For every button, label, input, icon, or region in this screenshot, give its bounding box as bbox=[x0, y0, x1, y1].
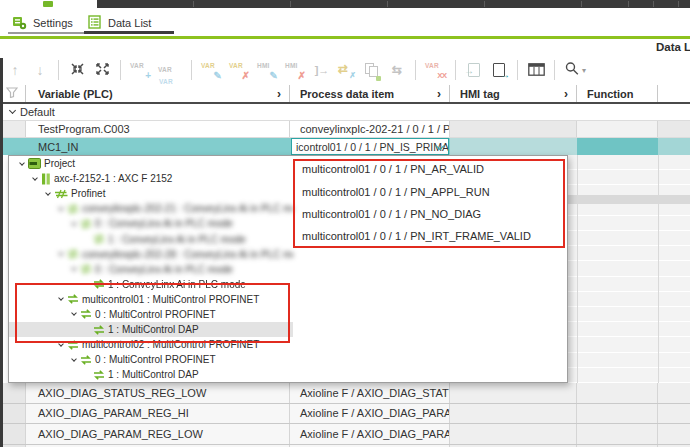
tree-node-multicontrol01-dap-selected[interactable]: 1 : MultiControl DAP bbox=[9, 322, 293, 337]
exchange-button[interactable]: ⇆ bbox=[388, 58, 406, 82]
tree-node-multicontrol02-slot0[interactable]: 0 : MultiControl PROFINET bbox=[9, 352, 293, 367]
tree-node-multicontrol02-dap[interactable]: 1 : MultiControl DAP bbox=[9, 367, 293, 382]
tree-node-project[interactable]: Project bbox=[9, 156, 293, 171]
hmi-tag-cell[interactable] bbox=[450, 424, 577, 444]
column-expand-chevron[interactable]: › bbox=[564, 87, 568, 101]
add-variable-button[interactable]: VAR+ bbox=[130, 58, 151, 82]
column-settings-button[interactable] bbox=[527, 58, 545, 82]
tree-node-profinet[interactable]: Profinet bbox=[9, 186, 293, 201]
column-header-function[interactable]: Function bbox=[577, 85, 658, 102]
column-header-process[interactable]: Process data item › bbox=[290, 85, 450, 102]
column-header-hmi[interactable]: HMI tag › bbox=[450, 85, 577, 102]
data-list-icon bbox=[88, 15, 102, 31]
edit-hmi-tag-button[interactable]: HMI✎ bbox=[257, 58, 278, 82]
variable-cell[interactable]: AXIO_DIAG_PARAM_REG_HI bbox=[26, 404, 290, 424]
csv-export-button[interactable]: → bbox=[490, 58, 508, 82]
tree-node-multicontrol02[interactable]: multicontrol02 : MultiControl PROFINET bbox=[9, 337, 293, 352]
process-data-option[interactable]: multicontrol01 / 0 / 1 / PN_APPL_RUN bbox=[293, 180, 567, 202]
process-data-option[interactable]: multicontrol01 / 0 / 1 / PN_NO_DIAG bbox=[293, 203, 567, 225]
function-cell[interactable] bbox=[577, 424, 658, 444]
column-expand-chevron[interactable]: › bbox=[277, 87, 281, 101]
chevron-down-icon[interactable] bbox=[56, 344, 66, 346]
chevron-down-icon[interactable] bbox=[56, 208, 66, 210]
variable-cell[interactable]: AXIO_DIAG_PARAM_REG_LOW bbox=[26, 424, 290, 444]
extra-cell[interactable] bbox=[658, 121, 690, 137]
tree-node-multicontrol01[interactable]: multicontrol01 : MultiControl PROFINET bbox=[9, 292, 293, 307]
table-row[interactable]: AXIO_DIAG_PARAM_REG_HI Axioline F / AXIO… bbox=[0, 404, 690, 425]
chevron-down-icon[interactable] bbox=[69, 313, 79, 315]
delete-all-variables-button[interactable]: VARXX bbox=[425, 58, 446, 82]
chevron-down-icon[interactable] bbox=[69, 223, 79, 225]
function-cell[interactable] bbox=[577, 383, 658, 403]
chevron-down-icon[interactable] bbox=[69, 359, 79, 361]
tree-node-device-redacted[interactable]: conveylinxplc-202-28 : ConveyLinx Ai in … bbox=[9, 247, 293, 262]
process-data-combobox[interactable]: icontrol01 / 0 / 1 / PN_IS_PRIMA bbox=[291, 138, 449, 155]
extra-cell[interactable] bbox=[658, 404, 690, 424]
function-cell[interactable] bbox=[577, 404, 658, 424]
column-header-variable[interactable]: Variable (PLC) › bbox=[26, 85, 290, 102]
group-row-default[interactable]: Default bbox=[3, 104, 690, 121]
chevron-down-icon[interactable] bbox=[43, 193, 53, 195]
process-data-cell[interactable]: Axioline F / AXIO_DIAG_PARAM_... bbox=[290, 404, 450, 424]
chevron-down-icon[interactable] bbox=[9, 107, 16, 114]
row-gutter[interactable] bbox=[0, 138, 26, 155]
collapse-all-button[interactable] bbox=[68, 58, 86, 82]
row-gutter[interactable] bbox=[0, 121, 26, 137]
tab-settings[interactable]: Settings bbox=[8, 10, 90, 36]
tree-node-controller[interactable]: axc-f-2152-1 : AXC F 2152 bbox=[9, 171, 293, 186]
extra-cell[interactable] bbox=[658, 383, 690, 403]
table-row[interactable]: AXIO_DIAG_STATUS_REG_LOW Axioline F / AX… bbox=[0, 383, 690, 404]
edit-variable-button[interactable]: VAR✎ bbox=[201, 58, 222, 82]
function-cell[interactable] bbox=[577, 121, 658, 137]
variable-cell[interactable]: TestProgram.C003 bbox=[26, 121, 290, 137]
unmap-process-data-button[interactable]: ⇄✗ bbox=[338, 58, 356, 82]
hmi-tag-cell[interactable] bbox=[450, 121, 577, 137]
row-gutter[interactable] bbox=[0, 383, 26, 403]
process-data-cell[interactable]: Axioline F / AXIO_DIAG_PARAM_... bbox=[290, 424, 450, 444]
extra-cell[interactable] bbox=[658, 424, 690, 444]
hmi-tag-cell[interactable] bbox=[450, 138, 577, 155]
hmi-tag-cell[interactable] bbox=[450, 404, 577, 424]
function-cell[interactable] bbox=[577, 138, 658, 155]
process-data-option[interactable]: multicontrol01 / 0 / 1 / PN_AR_VALID bbox=[293, 158, 567, 180]
variable-cell[interactable]: MC1_IN bbox=[26, 138, 290, 155]
row-gutter[interactable] bbox=[0, 424, 26, 444]
map-process-data-button[interactable]: ]→ bbox=[313, 58, 331, 82]
csv-export-icon: → bbox=[493, 63, 505, 77]
tree-node-device-redacted[interactable]: 1 : ConveyLinx Ai in PLC mode bbox=[9, 231, 293, 246]
move-down-button[interactable]: ↓ bbox=[31, 58, 49, 82]
filter-header-cell[interactable] bbox=[0, 85, 26, 102]
extra-cell[interactable] bbox=[658, 138, 690, 155]
chevron-down-icon[interactable] bbox=[69, 268, 79, 270]
chevron-down-icon[interactable] bbox=[17, 163, 27, 165]
csv-import-button[interactable]: → bbox=[465, 58, 483, 82]
expand-all-button[interactable] bbox=[93, 58, 111, 82]
variable-cell[interactable]: AXIO_DIAG_STATUS_REG_LOW bbox=[26, 383, 290, 403]
column-expand-chevron[interactable]: › bbox=[437, 87, 441, 101]
duplicate-variable-button[interactable]: VARVAR bbox=[158, 58, 182, 82]
process-data-cell[interactable]: Axioline F / AXIO_DIAG_STATUS... bbox=[290, 383, 450, 403]
tree-node-device[interactable]: 1 : ConveyLinx Ai in PLC mode bbox=[9, 277, 293, 292]
copy-mapping-button[interactable] bbox=[363, 58, 381, 82]
process-data-option[interactable]: multicontrol01 / 0 / 1 / PN_IRT_FRAME_VA… bbox=[293, 225, 567, 247]
table-row[interactable]: TestProgram.C003 conveylinxplc-202-21 / … bbox=[0, 121, 690, 138]
tab-separator bbox=[387, 1, 388, 7]
delete-variable-button[interactable]: VAR✗ bbox=[229, 58, 250, 82]
delete-hmi-tag-button[interactable]: HMI✗ bbox=[285, 58, 306, 82]
search-button[interactable]: ▾ bbox=[564, 58, 586, 82]
move-up-button[interactable]: ↑ bbox=[6, 58, 24, 82]
tree-node-device-redacted[interactable]: 0 : ConveyLinx Ai in PLC mode bbox=[9, 216, 293, 231]
table-header: Variable (PLC) › Process data item › HMI… bbox=[0, 85, 690, 104]
tab-data-list[interactable]: Data List bbox=[84, 10, 174, 36]
tree-node-device-redacted[interactable]: conveylinxplc-202-21 : ConveyLinx Ai in … bbox=[9, 201, 293, 216]
tree-node-multicontrol01-slot0[interactable]: 0 : MultiControl PROFINET bbox=[9, 307, 293, 322]
table-row-selected[interactable]: MC1_IN icontrol01 / 0 / 1 / PN_IS_PRIMA bbox=[0, 138, 690, 155]
table-row[interactable]: AXIO_DIAG_PARAM_REG_LOW Axioline F / AXI… bbox=[0, 424, 690, 445]
process-data-cell[interactable]: conveylinxplc-202-21 / 0 / 1 / PN_I... bbox=[290, 121, 450, 137]
chevron-down-icon[interactable] bbox=[30, 178, 40, 180]
tree-node-device-redacted[interactable]: 0 : ConveyLinx Ai in PLC mode bbox=[9, 262, 293, 277]
chevron-down-icon[interactable] bbox=[56, 253, 66, 255]
row-gutter[interactable] bbox=[0, 404, 26, 424]
chevron-down-icon[interactable] bbox=[56, 298, 66, 300]
hmi-tag-cell[interactable] bbox=[450, 383, 577, 403]
